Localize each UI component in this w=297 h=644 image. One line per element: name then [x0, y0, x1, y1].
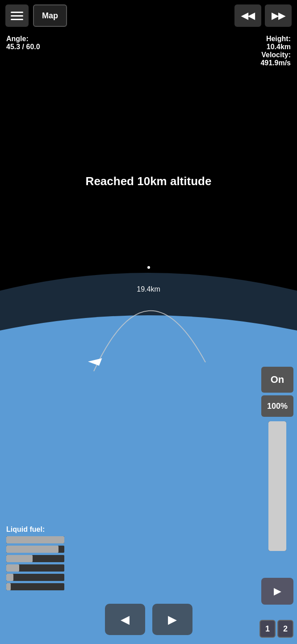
throttle-label: 100% — [261, 395, 293, 417]
height-label: Height: — [260, 35, 291, 43]
fuel-bar-bg — [6, 583, 64, 590]
fuel-bar-fill — [6, 583, 11, 590]
bottom-rewind-button[interactable]: ◀ — [105, 604, 145, 635]
fuel-bar-fill — [6, 564, 19, 572]
right-controls: On 100% — [261, 367, 293, 551]
list-item — [6, 555, 64, 562]
play-right-icon: ▶ — [274, 585, 281, 597]
bottom-play-button[interactable]: ▶ — [152, 604, 192, 635]
mode-1-button[interactable]: 1 — [259, 620, 276, 638]
fuel-bar-fill — [6, 574, 13, 581]
fuel-bar-fill — [6, 546, 59, 553]
play-right-button[interactable]: ▶ — [261, 578, 293, 605]
toolbar: Map ◀◀ ▶▶ — [0, 0, 297, 31]
map-button[interactable]: Map — [33, 4, 67, 27]
planet-surface — [0, 367, 297, 644]
fastforward-button[interactable]: ▶▶ — [265, 4, 292, 27]
mode-2-button[interactable]: 2 — [277, 620, 293, 638]
space-background — [0, 0, 297, 277]
list-item — [6, 546, 64, 553]
svg-marker-1 — [88, 354, 105, 369]
menu-button[interactable] — [5, 4, 29, 27]
list-item — [6, 574, 64, 581]
trajectory-arc — [0, 246, 297, 402]
notification-text: Reached 10km altitude — [86, 174, 212, 188]
height-value: 10.4km — [260, 43, 291, 51]
fuel-area: Liquid fuel: — [6, 525, 64, 590]
velocity-value: 491.9m/s — [260, 59, 291, 67]
mode-buttons: 1 2 — [259, 620, 293, 638]
stats-left: Angle: 45.3 / 60.0 — [6, 35, 40, 51]
list-item — [6, 583, 64, 590]
fuel-bar-bg — [6, 536, 64, 543]
fuel-label: Liquid fuel: — [6, 525, 64, 534]
bottom-controls: ◀ ▶ — [105, 604, 192, 635]
list-item — [6, 564, 64, 572]
distance-label: 19.4km — [137, 285, 160, 293]
fuel-bar-bg — [6, 555, 64, 562]
fuel-bars — [6, 536, 64, 590]
stats-right: Height: 10.4km Velocity: 491.9m/s — [260, 35, 291, 67]
notification-banner: Reached 10km altitude — [86, 174, 212, 188]
velocity-label: Velocity: — [260, 51, 291, 59]
fuel-bar-fill — [6, 555, 33, 562]
toolbar-left: Map — [5, 4, 67, 27]
angle-value: 45.3 / 60.0 — [6, 43, 40, 51]
fuel-bar-bg — [6, 574, 64, 581]
fuel-bar-bg — [6, 564, 64, 572]
fuel-bar-fill — [6, 536, 64, 543]
angle-label: Angle: — [6, 35, 40, 43]
list-item — [6, 536, 64, 543]
fuel-bar-bg — [6, 546, 64, 553]
throttle-fill — [268, 421, 286, 551]
rewind-button[interactable]: ◀◀ — [234, 4, 261, 27]
svg-point-0 — [147, 266, 150, 269]
toolbar-right: ◀◀ ▶▶ — [234, 4, 292, 27]
throttle-slider[interactable] — [268, 421, 286, 551]
engine-on-button[interactable]: On — [261, 367, 293, 393]
